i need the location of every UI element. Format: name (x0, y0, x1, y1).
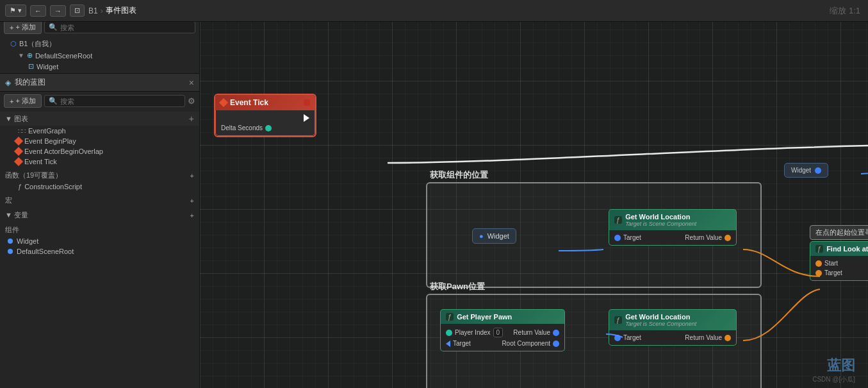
widget-ref-upper[interactable]: ● Widget (472, 228, 516, 244)
delta-seconds-label: Delta Seconds (221, 124, 263, 131)
flr-target-pin (815, 270, 822, 276)
tree-item-defaultsceneroot[interactable]: ▼ ⊕ DefaultSceneRoot (0, 50, 199, 61)
find-lookat-node[interactable]: ƒ Find Look at Rotation Start Return Val… (810, 241, 868, 281)
gwl-upper-title: Get World Location (625, 213, 696, 221)
exec-out-pin (304, 114, 309, 122)
gwl-upper-return-pin (725, 235, 731, 241)
tree-item-widget[interactable]: ⊡ Widget (0, 61, 199, 72)
event-actoroverlap-item[interactable]: Event ActorBeginOverlap (0, 146, 199, 156)
functions-plus-btn[interactable]: + (190, 172, 194, 180)
components-vars-section: 组件 Widget DefaultSceneRoot (0, 223, 199, 258)
diamond-icon (14, 157, 23, 166)
delta-pin (265, 125, 272, 131)
macros-plus-btn[interactable]: + (190, 197, 194, 205)
graph-plus-btn[interactable]: + (189, 114, 194, 124)
my-bp-toolbar: + + 添加 🔍 ⚙ (0, 92, 199, 110)
construction-script-item[interactable]: ƒ ConstructionScript (0, 181, 199, 192)
gwl-upper-sub: Target is Scene Component (625, 221, 696, 227)
gpp-return-pin (553, 330, 559, 336)
plus-icon: + (10, 24, 13, 31)
gpp-playerindex-label: Player Index (455, 329, 491, 336)
var-item-widget[interactable]: Widget (0, 236, 199, 246)
event-graph-icon: ∷∷ (18, 128, 26, 135)
functions-header: 函数（19可覆盖） + (0, 169, 199, 181)
event-graph-item[interactable]: ∷∷ EventGraph (0, 126, 199, 136)
widget-mid-label: Widget (791, 167, 811, 174)
my-blueprint-panel: ◈ 我的蓝图 × + + 添加 🔍 ⚙ ▼ 图表 + ∷∷ Ev (0, 74, 199, 388)
macros-section: 宏 + (0, 193, 199, 208)
comment-box-2-label: 获取Pawn位置 (430, 281, 485, 292)
graph-section-title: ▼ 图表 + (0, 112, 199, 126)
event-tick-title: Event Tick (230, 98, 268, 107)
gwl-upper-node[interactable]: ƒ Get World Location Target is Scene Com… (609, 209, 737, 246)
gwl-lower-target-label: Target (623, 334, 641, 341)
blueprint-canvas[interactable]: Event Tick Delta Seconds 获取组件的位置 (200, 17, 868, 388)
gwl-lower-target-pin (614, 335, 621, 341)
event-tick-node[interactable]: Event Tick Delta Seconds (214, 94, 316, 137)
diamond-icon (14, 147, 23, 156)
widget-ref-mid[interactable]: Widget (784, 163, 828, 178)
gear-btn[interactable]: ⚙ (188, 96, 195, 106)
components-add-btn[interactable]: + + 添加 (4, 21, 42, 34)
gpp-rootcomp-pin (553, 341, 559, 347)
my-bp-header: ◈ 我的蓝图 × (0, 74, 199, 92)
variables-section: ▼ 变量 + (0, 208, 199, 223)
watermark-main: 蓝图 (827, 356, 855, 375)
var-dot-widget (8, 239, 13, 244)
arrow-icon: ▼ (18, 52, 24, 59)
components-search-box[interactable]: 🔍 (44, 21, 195, 33)
tree-item-b1[interactable]: ⬡ B1（自我） (0, 38, 199, 50)
search-icon: 🔍 (49, 97, 58, 105)
event-tick-item[interactable]: Event Tick (0, 156, 199, 167)
gpp-index-badge: 0 (493, 328, 504, 337)
my-bp-search-box[interactable]: 🔍 (44, 95, 185, 107)
canvas-toolbar: ⚑ ▾ ← → ⊡ B1 › 事件图表 缩放 1:1 (200, 0, 868, 22)
canvas-wrapper: ⊞ 组件 × ⊡ 视口 ƒ Construction Scr... ∷ 事件图表… (200, 0, 868, 388)
components-tree: ⬡ B1（自我） ▼ ⊕ DefaultSceneRoot ⊡ Widget (0, 37, 199, 73)
my-bp-add-btn[interactable]: + + 添加 (4, 94, 42, 108)
gpp-target-label: Target (453, 340, 471, 347)
left-panel: ⊞ 组件 × + + 添加 🔍 ⬡ B1（自我） ▼ ⊕ De (0, 0, 200, 388)
flr-target-label: Target (824, 269, 842, 276)
var-item-defaultsceneroot[interactable]: DefaultSceneRoot (0, 246, 199, 257)
functions-section: 函数（19可覆盖） + ƒ ConstructionScript (0, 168, 199, 193)
gwl-lower-title: Get World Location (625, 313, 696, 321)
comment-box-2: 获取Pawn位置 ƒ Get Player Pawn Player Index … (426, 294, 762, 388)
func-icon-gwl-lower: ƒ (614, 316, 622, 324)
my-bp-search-input[interactable] (60, 97, 181, 105)
event-tick-close-icon (304, 99, 310, 106)
graph-section: ▼ 图表 + ∷∷ EventGraph Event BeginPlay Eve… (0, 110, 199, 168)
widget-label-upper: Widget (487, 232, 509, 240)
find-lookat-comment: 在点的起始位置寻找对象的旋转 (810, 225, 868, 240)
gpp-return-label: Return Value (513, 329, 550, 336)
gwl-upper-return-label: Return Value (685, 234, 722, 241)
gpp-target-exec (446, 341, 450, 347)
widget-mid-pin (815, 167, 821, 174)
components-search-input[interactable] (60, 24, 191, 31)
search-icon: 🔍 (49, 23, 58, 31)
my-bp-close-btn[interactable]: × (189, 78, 194, 88)
plus-icon: + (10, 97, 13, 105)
watermark-sub: CSDN @[小瓜] (812, 375, 855, 384)
comment-box-1-label: 获取组件的位置 (430, 169, 488, 181)
gwl-lower-sub: Target is Scene Component (625, 321, 696, 327)
scene-icon: ⊕ (27, 51, 33, 60)
gpp-title: Get Player Pawn (457, 313, 512, 321)
gwl-lower-node[interactable]: ƒ Get World Location Target is Scene Com… (609, 309, 737, 346)
func-icon-flr: ƒ (815, 245, 823, 253)
comment-box-1: 获取组件的位置 ● Widget ƒ Get World Location Ta… (426, 182, 762, 288)
components-vars-header: 组件 (0, 224, 199, 236)
variables-plus-btn[interactable]: + (190, 212, 194, 219)
gpp-playerindex-pin (446, 330, 452, 336)
gwl-upper-target-label: Target (623, 234, 641, 241)
func-icon: ƒ (18, 183, 22, 190)
my-bp-title: ◈ 我的蓝图 (5, 77, 45, 88)
widget-dot-upper: ● (479, 232, 484, 240)
func-icon-gpp: ƒ (446, 313, 454, 321)
event-beginplay-item[interactable]: Event BeginPlay (0, 136, 199, 146)
diamond-red-icon (219, 98, 228, 107)
var-dot-defaultsceneroot (8, 249, 13, 254)
get-player-pawn-node[interactable]: ƒ Get Player Pawn Player Index 0 Return … (440, 309, 565, 351)
flr-start-pin (815, 260, 822, 267)
gwl-lower-return-pin (725, 335, 731, 341)
